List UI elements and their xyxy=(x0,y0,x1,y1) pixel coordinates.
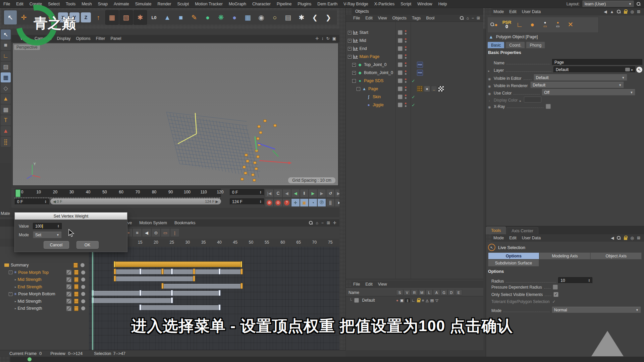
keyframe[interactable] xyxy=(171,297,173,303)
points-tag[interactable]: ⣀ xyxy=(431,86,437,92)
dope-tree-item-pose-morph-top[interactable]: −✳Pose Morph Top xyxy=(0,269,89,276)
keyframe[interactable] xyxy=(161,283,164,289)
back-icon[interactable]: ◀ xyxy=(604,9,607,14)
keyframe[interactable] xyxy=(114,276,116,282)
coord-system-icon[interactable]: ↑ xyxy=(92,10,105,24)
selection-mode-dropdown[interactable]: Normal▼ xyxy=(552,307,641,313)
panel-icon[interactable]: ⊞ xyxy=(477,16,480,20)
key-scale-button[interactable]: ▣ xyxy=(300,198,309,207)
layer-color-swatch[interactable] xyxy=(354,298,359,303)
solo-toggle-icon[interactable] xyxy=(81,306,85,310)
forward-icon[interactable]: ▲ xyxy=(610,9,614,14)
prev-frame-button[interactable]: ◀ xyxy=(291,189,300,197)
menu-item-simulate[interactable]: Simulate xyxy=(135,2,152,6)
lock-key-icon[interactable]: ◀ xyxy=(142,228,151,237)
panel-grip[interactable] xyxy=(486,8,492,15)
zoom-view-icon[interactable]: ↕ xyxy=(322,36,324,41)
menu-item-mesh[interactable]: Mesh xyxy=(82,2,92,6)
visibility-toggle[interactable] xyxy=(398,78,402,83)
menu-item-mograph[interactable]: MoGraph xyxy=(229,2,246,6)
menu-item-file[interactable]: File xyxy=(353,16,360,20)
dope-tree-item-mid-strength[interactable]: ▸Mid Strength xyxy=(0,276,89,283)
keyframe[interactable] xyxy=(240,261,242,267)
selected-vertex[interactable] xyxy=(241,178,244,180)
subdivision-surface-icon[interactable]: ● xyxy=(201,10,214,24)
mute-toggle-icon[interactable] xyxy=(66,284,71,289)
selected-vertex[interactable] xyxy=(259,131,262,134)
target-icon[interactable]: ◎ xyxy=(630,9,634,14)
solo-toggle-icon[interactable] xyxy=(81,270,85,275)
editor-dot[interactable] xyxy=(405,78,407,80)
menu-item-objects[interactable]: Objects xyxy=(392,16,407,20)
uv-mode-icon[interactable]: ▩ xyxy=(1,105,11,115)
tab-basic[interactable]: Basic xyxy=(487,42,504,48)
next-frame-button[interactable]: ▶ xyxy=(317,189,326,197)
value-input[interactable]: 100 ▲▼ xyxy=(33,223,62,230)
layer-field[interactable]: Default ▸ xyxy=(553,66,635,73)
menu-item-character[interactable]: Character xyxy=(252,2,271,6)
key-rotation-button[interactable]: ◔ xyxy=(309,198,317,207)
keyframe[interactable] xyxy=(114,268,116,275)
menu-item-plugins[interactable]: Plugins xyxy=(298,2,311,6)
menu-item-view[interactable]: View xyxy=(378,16,387,20)
solo-toggle-icon[interactable] xyxy=(81,292,85,296)
track-bar[interactable] xyxy=(162,284,241,289)
keyframe[interactable] xyxy=(171,268,173,275)
object-item-skin[interactable]: ʃSkin✓ xyxy=(346,93,483,101)
column-a[interactable]: A xyxy=(433,290,440,295)
lock-bar-icon[interactable]: | xyxy=(170,228,179,237)
menu-item-help[interactable]: Help xyxy=(438,2,447,6)
renderer-dot[interactable] xyxy=(405,81,407,83)
key-state-icon-b[interactable]: ●▭ xyxy=(551,17,564,32)
track-bar[interactable] xyxy=(115,277,194,281)
goto-start-button[interactable]: |◀ xyxy=(265,189,274,197)
enabled-check-icon[interactable]: ✓ xyxy=(412,95,415,100)
panel-icon[interactable]: ⊞ xyxy=(637,236,640,240)
visibility-toggle[interactable] xyxy=(398,95,402,99)
null-object-icon[interactable]: L0 xyxy=(148,10,160,24)
layer-pick-icon[interactable]: ↖ xyxy=(636,67,642,73)
tab-tools[interactable]: Tools xyxy=(486,227,506,234)
column-l[interactable]: L xyxy=(426,290,433,295)
object-item-page[interactable]: -▲Page●⣀ xyxy=(346,85,483,93)
mute-toggle-icon[interactable] xyxy=(66,277,71,282)
menu-item-edit[interactable]: Edit xyxy=(509,236,517,240)
panel-icon[interactable]: ⊞ xyxy=(327,221,330,225)
renderer-dot[interactable] xyxy=(405,49,407,51)
track-arrow-icon[interactable]: ▸ xyxy=(15,300,16,303)
track-arrow-icon[interactable]: ▸ xyxy=(15,278,16,281)
keyframe-selection-button[interactable]: ? xyxy=(282,198,291,207)
renderer-dot[interactable] xyxy=(405,57,407,59)
expander-icon[interactable]: + xyxy=(348,55,352,59)
enabled-check-icon[interactable]: ✓ xyxy=(412,103,415,108)
visibility-toggle[interactable] xyxy=(398,54,402,59)
points-mode-icon[interactable]: ▦ xyxy=(1,72,11,82)
selected-vertex[interactable] xyxy=(246,160,249,162)
renderer-dot[interactable] xyxy=(405,73,407,75)
editor-dot[interactable] xyxy=(405,103,407,104)
axis-mode-icon[interactable]: ∟ xyxy=(1,51,11,61)
delete-key-icon[interactable]: ✕ xyxy=(564,17,577,32)
model-mode-icon[interactable]: ■ xyxy=(1,40,11,50)
expander-icon[interactable]: − xyxy=(9,270,12,274)
column-d[interactable]: D xyxy=(448,290,455,295)
spline-pen-icon[interactable]: ✎ xyxy=(188,10,201,24)
expand-arrow-icon[interactable]: ▸ xyxy=(520,99,521,103)
renderer-dot[interactable] xyxy=(405,41,407,43)
minimize-icon[interactable]: − xyxy=(321,221,324,225)
menu-item-edit[interactable]: Edit xyxy=(509,9,517,14)
solo-toggle-icon[interactable] xyxy=(81,278,85,282)
loop-button[interactable]: ↺ xyxy=(326,189,335,197)
editor-dot[interactable] xyxy=(405,46,407,48)
column-v[interactable]: V xyxy=(404,290,411,295)
key-snap-icon[interactable]: ≡ xyxy=(132,228,142,237)
anim-dot-icon[interactable]: ◉ xyxy=(488,92,493,96)
joint-psr-tag[interactable]: PSR xyxy=(417,70,423,76)
object-item-jiggle[interactable]: ●Jiggle✓ xyxy=(346,101,483,109)
key-position-button[interactable]: ✛ xyxy=(291,198,300,207)
lock-icon[interactable] xyxy=(417,300,420,302)
anim-dot-icon[interactable]: ◉ xyxy=(488,77,493,81)
selected-vertex[interactable] xyxy=(252,174,254,176)
pointer-mode-icon[interactable]: ↖ xyxy=(1,29,11,40)
mute-toggle-icon[interactable] xyxy=(66,292,71,297)
